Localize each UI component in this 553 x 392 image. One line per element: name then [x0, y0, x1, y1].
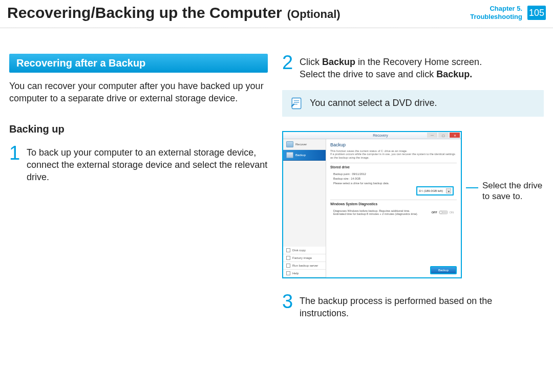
t: Select the drive to save and click [300, 69, 436, 79]
page-number-badge: 105 [527, 6, 546, 20]
intro-paragraph: You can recover your computer after you … [9, 80, 268, 105]
toggle-off-label: OFF [432, 211, 437, 214]
app-main-panel: Backup This function saves the current s… [326, 139, 461, 277]
chapter-text: Chapter 5. Troubleshooting [470, 5, 522, 20]
diagnostics-title: Windows System Diagnostics [330, 200, 457, 207]
note-callout: You cannot select a DVD drive. [282, 90, 544, 117]
help-icon [286, 271, 290, 275]
section-heading-bar: Recovering after a Backup [9, 54, 268, 73]
panel-description: This function saves the current status o… [330, 149, 457, 160]
stored-drive-title: Stored drive [330, 163, 457, 170]
app-body: Recover Backup Disk copy Factory image R… [283, 139, 461, 277]
drive-select-value: D:\ (189.0GB left) [419, 189, 443, 192]
t: in the Recovery Home screen. [355, 57, 482, 67]
title-optional-text: (Optional) [287, 8, 341, 21]
page-title: Recovering/Backing up the Computer (Opti… [7, 4, 341, 21]
select-drive-prompt: Please select a drive for saving backup … [333, 182, 454, 185]
drive-select-dropdown[interactable]: D:\ (189.0GB left) ▾ [416, 186, 454, 195]
chapter-line2: Troubleshooting [470, 13, 522, 21]
disk-copy-icon [286, 248, 290, 252]
step2-line2: Select the drive to save and click Backu… [300, 68, 482, 80]
backup-button[interactable]: Backup [430, 266, 457, 274]
chevron-down-icon: ▾ [446, 188, 451, 193]
sidebar-item-run-backup-server[interactable]: Run backup server [283, 262, 326, 270]
label: Factory image [292, 256, 312, 259]
sidebar-item-backup[interactable]: Backup [283, 150, 326, 161]
window-close-button[interactable]: ✕ [450, 133, 460, 138]
step-1: 1 To back up your computer to an externa… [9, 144, 268, 184]
recover-icon [286, 141, 293, 147]
stored-drive-panel: Backup point : 09/11/2012 Backup size : … [330, 170, 457, 200]
factory-image-icon [286, 256, 290, 260]
run-server-icon [286, 264, 290, 268]
step-body: Click Backup in the Recovery Home screen… [300, 54, 482, 81]
content-area: Recovering after a Backup You can recove… [0, 29, 553, 329]
label: Run backup server [292, 264, 318, 267]
sidebar-item-disk-copy[interactable]: Disk copy [283, 247, 326, 254]
diagnostics-text: Diagnoses Windows before backup. Require… [333, 209, 418, 215]
step2-line1: Click Backup in the Recovery Home screen… [300, 56, 482, 68]
annotation-connector [466, 187, 478, 188]
left-column: Recovering after a Backup You can recove… [9, 54, 268, 329]
sub-heading: Backing up [9, 123, 268, 135]
t-bold: Backup [322, 57, 355, 67]
window-controls: — ▢ ✕ [427, 133, 460, 138]
window-titlebar: Recovery — ▢ ✕ [283, 132, 461, 139]
backup-size-line: Backup size : 14.0GB [333, 177, 454, 180]
svg-rect-0 [292, 98, 301, 108]
step-body: The backup process is performed based on… [300, 293, 544, 320]
label: Disk copy [292, 249, 306, 252]
step-2: 2 Click Backup in the Recovery Home scre… [282, 54, 544, 81]
panel-heading: Backup [330, 142, 457, 147]
chapter-line1: Chapter 5. [470, 5, 522, 13]
title-main-text: Recovering/Backing up the Computer [7, 4, 282, 21]
window-minimize-button[interactable]: — [427, 133, 437, 138]
callout-text: You cannot select a DVD drive. [310, 98, 437, 108]
diagnostics-toggle[interactable]: OFF ON [432, 210, 454, 214]
recovery-app-window: Recovery — ▢ ✕ Recover [282, 131, 462, 278]
label: Help [292, 272, 299, 275]
window-maximize-button[interactable]: ▢ [438, 133, 449, 138]
note-icon [289, 96, 304, 111]
sidebar-bottom: Disk copy Factory image Run backup serve… [283, 247, 326, 277]
chapter-block: Chapter 5. Troubleshooting 105 [470, 5, 546, 20]
diagnostics-panel: Diagnoses Windows before backup. Require… [330, 207, 457, 217]
sidebar-item-factory-image[interactable]: Factory image [283, 254, 326, 262]
step-body: To back up your computer to an external … [27, 144, 268, 184]
backup-point-line: Backup point : 09/11/2012 [333, 172, 454, 176]
right-column: 2 Click Backup in the Recovery Home scre… [282, 54, 544, 329]
t: Click [300, 57, 322, 67]
backup-icon [286, 152, 293, 158]
screenshot-with-annotation: Recovery — ▢ ✕ Recover [282, 131, 544, 278]
toggle-on-label: ON [450, 211, 454, 214]
toggle-knob [439, 211, 442, 214]
sidebar-item-recover[interactable]: Recover [283, 139, 326, 150]
step-number: 2 [282, 54, 294, 81]
t-bold: Backup. [436, 69, 472, 79]
label: Backup [295, 154, 306, 157]
app-sidebar: Recover Backup Disk copy Factory image R… [283, 139, 326, 277]
step-number: 3 [282, 293, 294, 320]
sidebar-item-help[interactable]: Help [283, 270, 326, 277]
toggle-track [439, 210, 448, 214]
drive-select-row: D:\ (189.0GB left) ▾ [333, 186, 454, 195]
step-number: 1 [9, 144, 22, 184]
annotation-text: Select the drive to save to. [482, 180, 544, 202]
page-header: Recovering/Backing up the Computer (Opti… [0, 0, 553, 27]
step-3: 3 The backup process is performed based … [282, 293, 544, 320]
label: Recover [295, 143, 307, 146]
